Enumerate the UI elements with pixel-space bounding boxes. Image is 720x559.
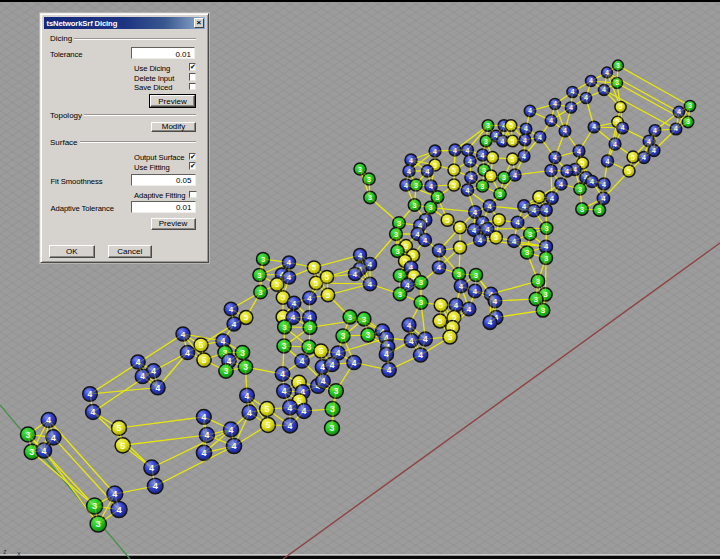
- svg-text:x: x: [17, 549, 21, 558]
- svg-text:z: z: [3, 547, 7, 556]
- svg-text:4: 4: [116, 505, 122, 515]
